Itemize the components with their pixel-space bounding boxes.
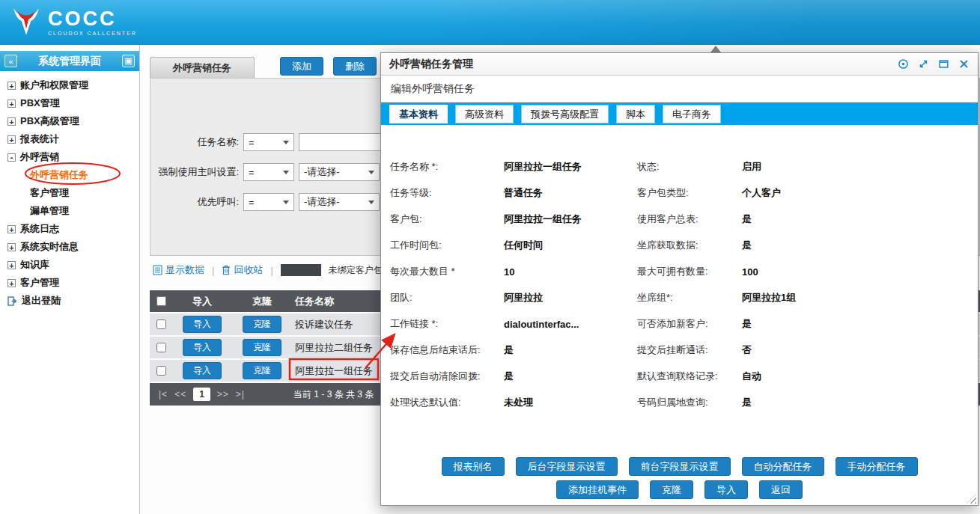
manual-assign-button[interactable]: 手动分配任务 — [836, 457, 918, 476]
sidebar-item-label: 系统实时信息 — [20, 240, 79, 254]
tab-advanced-info[interactable]: 高级资料 — [455, 105, 514, 123]
row-checkbox[interactable] — [156, 343, 166, 352]
add-hangup-event-button[interactable]: 添加挂机事件 — [556, 480, 639, 499]
clone-button[interactable]: 克隆 — [243, 362, 281, 379]
first-page-button[interactable]: |< — [159, 389, 168, 400]
tree-expand-icon[interactable]: + — [7, 225, 16, 233]
import-button[interactable]: 导入 — [183, 339, 222, 356]
modal-subtitle: 编辑外呼营销任务 — [381, 76, 978, 103]
toggle-icon[interactable] — [898, 58, 909, 70]
recycle-bin-link[interactable]: 回收站 — [222, 263, 263, 277]
prev-page-button[interactable]: << — [174, 389, 186, 400]
field-value: 是 — [742, 317, 969, 331]
sidebar-item-outbound-marketing[interactable]: - 外呼营销 — [0, 148, 139, 166]
restore-icon[interactable] — [938, 58, 949, 70]
select-all-checkbox[interactable] — [156, 296, 166, 306]
collapse-sidebar-icon[interactable]: « — [4, 55, 17, 67]
field-label: 状态: — [637, 160, 742, 174]
scroll-up-arrow[interactable] — [710, 46, 721, 52]
sidebar-item-outbound-task[interactable]: 外呼营销任务 — [0, 166, 139, 184]
tree-expand-icon[interactable]: + — [7, 82, 16, 90]
clone-button[interactable]: 克隆 — [243, 339, 281, 356]
delete-button[interactable]: 删除 — [333, 57, 377, 76]
field-label: 最大可拥有数量: — [637, 265, 742, 278]
operator-select[interactable]: = — [243, 163, 294, 181]
sidebar: « 系统管理界面 ▣ + 账户和权限管理 + PBX管理 + PBX高级管理 +… — [0, 45, 140, 514]
tab-script[interactable]: 脚本 — [616, 105, 655, 123]
backend-fields-button[interactable]: 后台字段显示设置 — [516, 457, 618, 476]
tab-predial-config[interactable]: 预拨号高级配置 — [521, 105, 609, 123]
sidebar-item-system-log[interactable]: + 系统日志 — [0, 220, 139, 238]
app-header: COCC CLOUDOX CALLCENTER — [0, 0, 980, 45]
maximize-icon[interactable] — [918, 58, 929, 70]
sidebar-item-knowledge-base[interactable]: + 知识库 — [0, 256, 139, 274]
chevron-down-icon — [283, 201, 289, 204]
sidebar-item-pbx[interactable]: + PBX管理 — [0, 94, 139, 112]
sidebar-item-pbx-advanced[interactable]: + PBX高级管理 — [0, 112, 139, 130]
close-icon[interactable] — [958, 58, 970, 70]
clone-button[interactable]: 克隆 — [243, 316, 281, 333]
modal-title-bar[interactable]: 外呼营销任务管理 — [381, 53, 978, 76]
row-checkbox[interactable] — [156, 366, 166, 376]
frontend-fields-button[interactable]: 前台字段显示设置 — [629, 457, 731, 476]
sidebar-item-label: 客户管理 — [30, 186, 69, 200]
clone-button[interactable]: 克隆 — [650, 480, 693, 499]
last-page-button[interactable]: >| — [236, 389, 245, 400]
column-header-clone: 克隆 — [232, 295, 292, 308]
app-logo: COCC CLOUDOX CALLCENTER — [10, 6, 137, 37]
tab-ecommerce[interactable]: 电子商务 — [663, 105, 721, 123]
recycle-bin-label: 回收站 — [234, 263, 263, 277]
show-data-link[interactable]: 显示数据 — [153, 263, 204, 277]
sidebar-item-missed-order[interactable]: 漏单管理 — [0, 202, 139, 220]
report-alias-button[interactable]: 报表别名 — [442, 457, 505, 476]
panel-icon[interactable]: ▣ — [122, 55, 135, 67]
back-button[interactable]: 返回 — [759, 480, 803, 499]
tree-expand-icon[interactable]: + — [7, 279, 16, 287]
filter-label: 任务名称: — [150, 135, 239, 149]
row-checkbox[interactable] — [156, 319, 166, 329]
modal-tab-strip: 基本资料 高级资料 预拨号高级配置 脚本 电子商务 — [381, 103, 978, 125]
modal-button-row-1: 报表别名 后台字段显示设置 前台字段显示设置 自动分配任务 手动分配任务 — [381, 457, 978, 476]
field-value: 自动 — [742, 370, 969, 383]
field-label: 工作链接 *: — [390, 317, 504, 331]
sidebar-item-report-stats[interactable]: + 报表统计 — [0, 130, 139, 148]
document-icon — [153, 265, 162, 275]
next-page-button[interactable]: >> — [217, 389, 229, 400]
bull-logo-icon — [10, 6, 42, 37]
tab-outbound-task[interactable]: 外呼营销任务 — [150, 57, 255, 78]
tree-expand-icon[interactable]: + — [7, 243, 16, 251]
import-button[interactable]: 导入 — [183, 316, 222, 333]
field-value: 阿里拉拉一组任务 — [504, 160, 637, 174]
field-label: 客户包: — [390, 212, 504, 226]
sidebar-title-bar: « 系统管理界面 ▣ — [0, 51, 139, 71]
filter-row-force-caller: 强制使用主叫设置: = -请选择- — [150, 162, 380, 182]
priority-call-select[interactable]: -请选择- — [299, 193, 380, 211]
divider: | — [212, 265, 214, 276]
tree-expand-icon[interactable]: + — [7, 100, 16, 108]
divider: | — [270, 265, 273, 276]
sidebar-item-account-permission[interactable]: + 账户和权限管理 — [0, 76, 139, 94]
filter-label: 优先呼叫: — [150, 195, 239, 209]
sidebar-menu: + 账户和权限管理 + PBX管理 + PBX高级管理 + 报表统计 - 外呼营… — [0, 71, 139, 310]
operator-select[interactable]: = — [243, 193, 294, 211]
sidebar-item-system-realtime[interactable]: + 系统实时信息 — [0, 238, 139, 256]
field-label: 默认查询联络记录: — [637, 370, 742, 383]
sidebar-title: 系统管理界面 — [17, 55, 122, 68]
auto-assign-button[interactable]: 自动分配任务 — [742, 457, 824, 476]
operator-select[interactable]: = — [243, 133, 294, 151]
tree-expand-icon[interactable]: + — [7, 117, 16, 126]
operator-value: = — [249, 167, 255, 178]
task-detail-form: 任务名称 *: 阿里拉拉一组任务 状态: 启用 任务等级: 普通任务 客户包类型… — [381, 125, 978, 411]
force-caller-select[interactable]: -请选择- — [299, 163, 380, 181]
sidebar-item-customer-mgmt[interactable]: + 客户管理 — [0, 274, 139, 292]
add-button[interactable]: 添加 — [280, 57, 323, 76]
import-button[interactable]: 导入 — [183, 362, 222, 379]
tree-expand-icon[interactable]: + — [7, 135, 16, 144]
tree-expand-icon[interactable]: + — [7, 261, 16, 269]
field-label: 保存信息后结束话后: — [390, 343, 504, 357]
sidebar-item-customer-mgmt-sub[interactable]: 客户管理 — [0, 184, 139, 202]
tab-basic-info[interactable]: 基本资料 — [389, 105, 448, 123]
import-button[interactable]: 导入 — [704, 480, 748, 499]
sidebar-item-logout[interactable]: 退出登陆 — [0, 292, 139, 310]
tree-collapse-icon[interactable]: - — [7, 153, 16, 162]
